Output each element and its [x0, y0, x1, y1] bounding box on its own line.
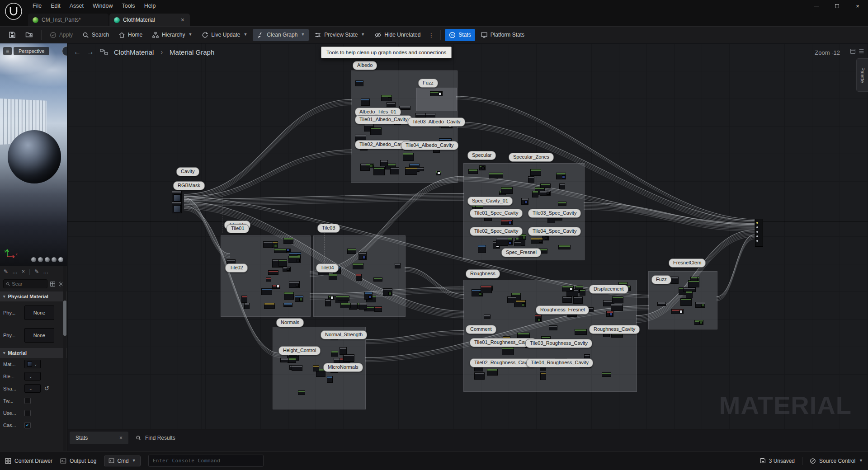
material-expression-node[interactable]: [558, 245, 571, 249]
material-expression-node[interactable]: [364, 292, 373, 300]
comment-label-spec-cavity-01[interactable]: Spec_Cavity_01: [467, 197, 513, 206]
material-expression-node[interactable]: [484, 315, 491, 319]
hide-unrelated-button[interactable]: Hide Unrelated: [370, 29, 425, 41]
material-expression-node[interactable]: [295, 296, 303, 302]
tab-clothmaterial[interactable]: ClothMaterial×: [109, 14, 190, 26]
material-expression-node[interactable]: [468, 169, 478, 174]
comment-label-fresnelclem[interactable]: FresnelClem: [669, 258, 706, 268]
material-expression-node[interactable]: [501, 187, 513, 194]
close-icon[interactable]: ×: [119, 435, 123, 441]
preview-state-button[interactable]: Preview State▼: [310, 29, 369, 41]
material-expression-node[interactable]: [280, 358, 289, 362]
source-control-button[interactable]: Source Control ▼: [810, 458, 863, 464]
shape-cylinder-button[interactable]: [38, 257, 43, 262]
material-expression-node[interactable]: [390, 167, 399, 174]
menu-file[interactable]: File: [28, 0, 46, 11]
material-expression-node[interactable]: [288, 256, 301, 263]
material-expression-node[interactable]: [531, 238, 543, 244]
material-expression-node[interactable]: [602, 372, 611, 377]
shape-mesh-button[interactable]: [58, 257, 63, 262]
checkbox-use[interactable]: [24, 410, 31, 416]
material-expression-node[interactable]: [272, 285, 280, 289]
cmd-selector[interactable]: Cmd ▼: [104, 456, 140, 466]
material-expression-node[interactable]: [399, 106, 410, 110]
comment-label-fuzz[interactable]: Fuzz: [418, 79, 438, 88]
tab-cm-inst-pants[interactable]: CM_Inst_Pants*: [28, 14, 108, 26]
close-icon[interactable]: ×: [180, 16, 185, 24]
shape-cube-button[interactable]: [52, 257, 57, 262]
material-expression-node[interactable]: [244, 303, 250, 309]
viewport-options-button[interactable]: [62, 46, 67, 56]
comment-label-fuzz[interactable]: Fuzz: [651, 275, 671, 284]
comment-label-specular[interactable]: Specular: [467, 151, 496, 160]
material-expression-node[interactable]: [395, 263, 401, 268]
material-expression-node[interactable]: [540, 191, 551, 196]
grid-view-icon[interactable]: [50, 281, 56, 287]
material-expression-node[interactable]: [380, 160, 388, 166]
breadcrumb-material[interactable]: ClothMaterial: [114, 48, 154, 56]
material-expression-node[interactable]: [361, 99, 370, 106]
material-expression-node[interactable]: [264, 303, 275, 309]
material-expression-node[interactable]: [405, 167, 417, 175]
asset-picker[interactable]: None: [24, 328, 54, 343]
material-expression-node[interactable]: [657, 302, 666, 306]
close-button[interactable]: ×: [847, 0, 868, 12]
material-expression-node[interactable]: [355, 80, 363, 86]
material-expression-node[interactable]: [558, 202, 566, 206]
back-arrow-button[interactable]: ←: [74, 48, 81, 56]
material-expression-node[interactable]: [502, 347, 514, 355]
material-expression-node[interactable]: [353, 263, 363, 269]
bottom-tab-stats[interactable]: Stats×: [70, 432, 128, 444]
material-expression-node[interactable]: [172, 202, 182, 213]
material-expression-node[interactable]: [387, 102, 396, 107]
material-expression-node[interactable]: [671, 309, 684, 314]
browse-to-asset-button[interactable]: [21, 28, 37, 41]
material-expression-node[interactable]: [479, 165, 486, 170]
details-search-box[interactable]: [3, 279, 47, 288]
material-expression-node[interactable]: [481, 286, 492, 293]
material-expression-node[interactable]: [359, 252, 367, 260]
output-log-button[interactable]: Output Log: [60, 458, 96, 464]
details-scrollbar-thumb[interactable]: [63, 301, 66, 336]
material-expression-node[interactable]: [327, 376, 333, 383]
material-expression-node[interactable]: [549, 325, 557, 330]
hierarchy-button[interactable]: Hierarchy▼: [148, 29, 196, 41]
material-expression-node[interactable]: [370, 127, 382, 135]
bottom-tab-find-results[interactable]: Find Results: [130, 432, 181, 444]
material-expression-node[interactable]: [283, 238, 293, 244]
material-expression-node[interactable]: [340, 347, 347, 355]
comment-label-specular-zones[interactable]: Specular_Zones: [509, 153, 554, 162]
comment-label-micronormals[interactable]: MicroNormals: [323, 363, 363, 372]
comment-label-tile01-albedo-cavity[interactable]: Tile01_Albedo_Cavity: [355, 115, 412, 124]
comment-label-tile04-roughness-cavity[interactable]: Tile04_Roughness_Cavity: [526, 358, 593, 367]
comment-label-tile04-albedo-cavity[interactable]: Tile04_Albedo_Cavity: [401, 141, 458, 150]
material-expression-node[interactable]: [436, 171, 441, 175]
content-drawer-button[interactable]: Content Drawer: [5, 458, 52, 464]
unsaved-button[interactable]: 3 Unsaved: [760, 458, 795, 464]
menu-asset[interactable]: Asset: [65, 0, 88, 11]
comment-label-tile03-roughness-cavity[interactable]: Tile03_Roughness_Cavity: [525, 339, 592, 348]
edit-icon[interactable]: ✎: [4, 268, 8, 275]
material-expression-node[interactable]: [690, 277, 698, 281]
toolbar-overflow-button[interactable]: ⋮: [426, 29, 436, 41]
save-button[interactable]: [5, 28, 20, 41]
comment-label-roughness-fresnel[interactable]: Roughness_Fresnel: [536, 306, 589, 315]
material-expression-node[interactable]: [430, 91, 443, 96]
comment-label-tile03-albedo-cavity[interactable]: Tile03_Albedo_Cavity: [408, 118, 465, 127]
material-graph-canvas[interactable]: MATERIAL AlbedoFuzzAlbedo_Tiles_01Tile01…: [67, 43, 868, 429]
maximize-button[interactable]: [826, 0, 847, 12]
material-expression-node[interactable]: [261, 288, 272, 295]
material-expression-node[interactable]: [366, 164, 374, 168]
material-expression-node[interactable]: [292, 365, 302, 371]
comment-label-tile04-spec-cavity[interactable]: Tile04_Spec_Cavity: [528, 227, 581, 236]
material-output-node[interactable]: [755, 219, 763, 247]
comment-label-normals[interactable]: Normals: [276, 318, 304, 327]
list-icon[interactable]: [859, 48, 864, 54]
material-expression-node[interactable]: [611, 304, 623, 311]
search-button[interactable]: Search: [78, 29, 113, 41]
forward-arrow-button[interactable]: →: [87, 48, 94, 56]
material-expression-node[interactable]: [501, 220, 513, 225]
material-expression-node[interactable]: [514, 241, 521, 246]
material-expression-node[interactable]: [612, 296, 623, 303]
material-expression-node[interactable]: [606, 311, 613, 317]
